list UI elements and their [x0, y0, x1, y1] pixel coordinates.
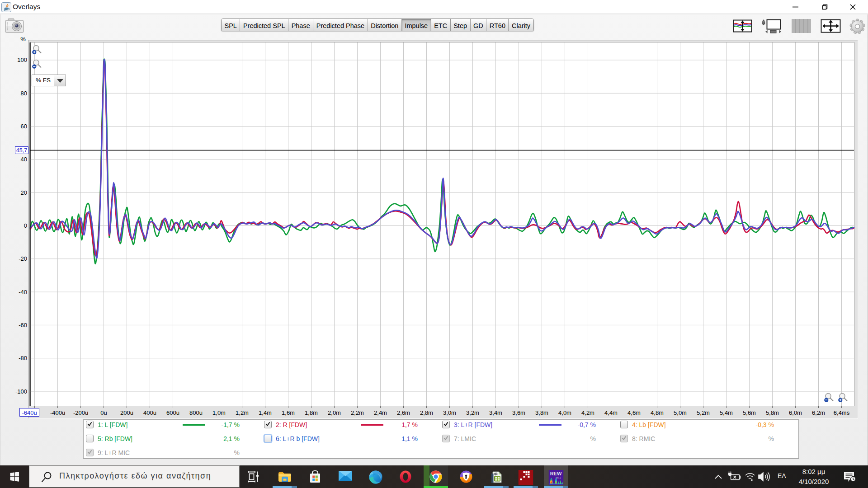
svg-text:1,6m: 1,6m: [282, 409, 295, 416]
svg-text:200u: 200u: [120, 409, 133, 416]
svg-text:%: %: [20, 36, 26, 42]
svg-text:0u: 0u: [100, 409, 107, 416]
svg-text:3,0m: 3,0m: [443, 409, 456, 416]
svg-text:6,4ms: 6,4ms: [834, 409, 850, 416]
svg-text:800u: 800u: [189, 409, 203, 416]
svg-text:2,4m: 2,4m: [374, 409, 387, 416]
svg-text:-80: -80: [19, 355, 27, 361]
svg-text:5,4m: 5,4m: [720, 409, 733, 416]
svg-text:-60: -60: [19, 322, 27, 328]
svg-text:REW: REW: [550, 471, 562, 476]
svg-text:100: 100: [17, 56, 27, 63]
svg-text:6,0m: 6,0m: [789, 409, 802, 416]
svg-text:1,0m: 1,0m: [212, 409, 226, 416]
svg-text:-400u: -400u: [50, 409, 65, 416]
svg-text:4,6m: 4,6m: [627, 409, 641, 416]
svg-text:80: 80: [21, 90, 27, 97]
svg-text:600u: 600u: [166, 409, 179, 416]
svg-text:45,7: 45,7: [16, 147, 27, 154]
svg-text:-40: -40: [19, 289, 27, 296]
svg-text:4,2m: 4,2m: [581, 409, 594, 416]
svg-text:-20: -20: [19, 255, 27, 262]
svg-text:3,2m: 3,2m: [466, 409, 479, 416]
svg-text:5,6m: 5,6m: [743, 409, 756, 416]
svg-text:3,6m: 3,6m: [512, 409, 525, 416]
svg-text:2,0m: 2,0m: [328, 409, 341, 416]
svg-text:5,2m: 5,2m: [697, 409, 710, 416]
svg-text:-200u: -200u: [73, 409, 88, 416]
svg-text:1,2m: 1,2m: [236, 409, 249, 416]
svg-text:20: 20: [21, 189, 27, 196]
svg-text:400u: 400u: [143, 409, 156, 416]
svg-text:4,4m: 4,4m: [604, 409, 618, 416]
svg-text:1,8m: 1,8m: [305, 409, 318, 416]
svg-text:5,0m: 5,0m: [674, 409, 687, 416]
svg-text:6,2m: 6,2m: [812, 409, 825, 416]
svg-text:60: 60: [21, 123, 27, 130]
svg-text:5,8m: 5,8m: [766, 409, 779, 416]
svg-text:3,4m: 3,4m: [489, 409, 502, 416]
svg-text:4,8m: 4,8m: [651, 409, 664, 416]
svg-text:4,0m: 4,0m: [558, 409, 571, 416]
svg-text:0: 0: [24, 222, 27, 229]
svg-text:3,8m: 3,8m: [535, 409, 548, 416]
svg-text:-100: -100: [15, 388, 27, 395]
svg-text:40: 40: [21, 156, 27, 163]
svg-text:2,8m: 2,8m: [420, 409, 433, 416]
svg-text:-640u: -640u: [22, 409, 37, 416]
svg-text:1,4m: 1,4m: [259, 409, 272, 416]
svg-text:2,6m: 2,6m: [397, 409, 410, 416]
svg-text:2,2m: 2,2m: [351, 409, 364, 416]
